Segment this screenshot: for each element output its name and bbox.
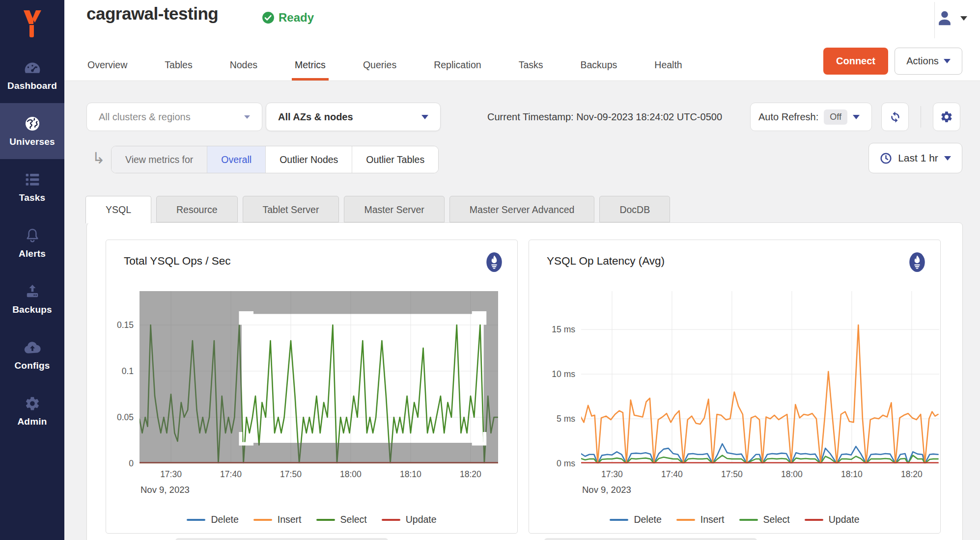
sidebar-item-admin[interactable]: Admin <box>0 383 64 439</box>
y-axis-tick: 0 <box>129 459 134 468</box>
auto-refresh-label: Auto Refresh: <box>758 111 818 123</box>
legend-swatch <box>610 519 628 521</box>
view-metrics-option-outlier-tables[interactable]: Outlier Tables <box>352 146 438 173</box>
tab-overview[interactable]: Overview <box>86 50 128 81</box>
sidebar-item-universes[interactable]: Universes <box>0 103 64 159</box>
chevron-down-icon <box>944 59 951 63</box>
y-axis-tick: 10 ms <box>552 369 575 379</box>
ysql-op-latency-chart[interactable]: 17:3017:4017:5018:0018:1018:200 ms5 ms10… <box>529 240 941 534</box>
x-axis-tick: 17:30 <box>601 469 623 479</box>
sidebar-item-tasks[interactable]: Tasks <box>0 159 64 215</box>
legend-swatch <box>316 519 335 521</box>
check-circle-icon <box>262 11 275 24</box>
metric-tab-master-server-advanced[interactable]: Master Server Advanced <box>449 196 595 222</box>
yugabyte-logo[interactable] <box>0 0 64 47</box>
y-axis-tick: 15 ms <box>552 324 575 334</box>
az-nodes-select[interactable]: All AZs & nodes <box>266 103 441 131</box>
total-ysql-ops-chart[interactable]: 17:3017:4017:5018:0018:1018:2000.050.10.… <box>106 240 518 534</box>
legend-item-update[interactable]: Update <box>382 514 437 525</box>
y-axis-tick: 0.15 <box>117 320 134 330</box>
chevron-down-icon <box>421 115 428 119</box>
chevron-down-icon <box>960 16 967 21</box>
y-axis-tick: 5 ms <box>557 414 575 424</box>
cluster-region-select[interactable]: All clusters & regions <box>86 103 262 131</box>
metrics-card: Total YSQL Ops / Sec 17:3017:4017:5018:0… <box>86 222 963 540</box>
actions-button[interactable]: Actions <box>895 48 962 75</box>
metric-tab-bar: YSQLResourceTablet ServerMaster ServerMa… <box>85 196 670 222</box>
tab-tables[interactable]: Tables <box>164 50 193 81</box>
legend-item-update[interactable]: Update <box>805 514 860 525</box>
tab-queries[interactable]: Queries <box>362 50 397 81</box>
sidebar-item-dashboard[interactable]: Dashboard <box>0 47 64 103</box>
legend-swatch <box>805 519 823 521</box>
status-label: Ready <box>279 11 314 25</box>
next-row-panel-edge <box>175 538 388 540</box>
legend-item-insert[interactable]: Insert <box>253 514 302 525</box>
cluster-region-select-value: All clusters & regions <box>99 111 191 123</box>
legend-label: Update <box>829 514 860 525</box>
auto-refresh-control[interactable]: Auto Refresh: Off <box>750 103 872 131</box>
view-metrics-option-outlier-nodes[interactable]: Outlier Nodes <box>265 146 352 173</box>
cloud-upload-icon <box>24 339 41 356</box>
legend-item-delete[interactable]: Delete <box>187 514 238 525</box>
refresh-button[interactable] <box>881 103 909 131</box>
status-badge: Ready <box>262 11 314 25</box>
legend-label: Select <box>340 514 367 525</box>
yugabyte-logo-icon <box>20 8 45 39</box>
x-axis-tick: 17:40 <box>661 469 683 479</box>
actions-label: Actions <box>906 55 939 67</box>
tab-backups[interactable]: Backups <box>580 50 618 81</box>
sidebar-item-label: Dashboard <box>7 81 57 91</box>
refresh-icon <box>889 110 902 124</box>
metric-tab-master-server[interactable]: Master Server <box>344 196 444 222</box>
legend-item-delete[interactable]: Delete <box>610 514 661 525</box>
x-axis-tick: 18:10 <box>400 469 421 479</box>
metric-tab-ysql[interactable]: YSQL <box>85 196 151 223</box>
prometheus-icon[interactable] <box>486 252 503 274</box>
tab-metrics[interactable]: Metrics <box>294 50 327 81</box>
legend-label: Insert <box>278 514 302 525</box>
clock-icon <box>880 152 892 164</box>
universe-tab-bar: OverviewTablesNodesMetricsQueriesReplica… <box>86 50 683 81</box>
backup-upload-icon <box>25 283 40 300</box>
sidebar-item-backups[interactable]: Backups <box>0 271 64 327</box>
tab-tasks[interactable]: Tasks <box>518 50 544 81</box>
x-axis-tick: 17:50 <box>280 469 302 479</box>
time-range-select[interactable]: Last 1 hr <box>868 143 962 173</box>
sidebar-item-label: Admin <box>17 416 47 427</box>
tab-health[interactable]: Health <box>653 50 683 81</box>
az-nodes-select-value: All AZs & nodes <box>278 111 353 123</box>
metric-tab-resource[interactable]: Resource <box>156 196 237 222</box>
legend-item-insert[interactable]: Insert <box>676 514 725 525</box>
x-axis-tick: 18:20 <box>460 469 481 479</box>
settings-button[interactable] <box>933 103 960 131</box>
current-timestamp: Current Timestamp: Nov-09-2023 18:24:02 … <box>487 103 722 131</box>
metric-tab-tablet-server[interactable]: Tablet Server <box>243 196 339 222</box>
task-list-icon <box>25 171 40 189</box>
metric-tab-docdb[interactable]: DocDB <box>599 196 670 222</box>
connect-button[interactable]: Connect <box>823 48 888 75</box>
globe-icon <box>25 115 40 133</box>
legend-item-select[interactable]: Select <box>316 514 367 525</box>
view-metrics-option-overall[interactable]: Overall <box>207 146 265 173</box>
next-row-panel-edge <box>544 538 757 540</box>
user-menu[interactable] <box>935 8 967 28</box>
legend-item-select[interactable]: Select <box>739 514 790 525</box>
legend-label: Delete <box>211 514 238 525</box>
time-range-value: Last 1 hr <box>898 152 938 164</box>
sidebar-item-label: Alerts <box>19 248 46 259</box>
sidebar-item-label: Tasks <box>19 192 45 203</box>
chevron-down-icon <box>244 115 250 119</box>
x-axis-tick: 18:00 <box>781 469 803 479</box>
tab-nodes[interactable]: Nodes <box>229 50 258 81</box>
tab-replication[interactable]: Replication <box>433 50 482 81</box>
x-axis-tick: 17:50 <box>721 469 743 479</box>
prometheus-icon[interactable] <box>909 252 925 274</box>
chart-title: YSQL Op Latency (Avg) <box>547 255 665 268</box>
sidebar-item-configs[interactable]: Configs <box>0 327 64 383</box>
legend-swatch <box>187 519 205 521</box>
x-axis-tick: 18:20 <box>901 469 923 479</box>
legend-label: Update <box>406 514 437 525</box>
chart-legend: DeleteInsertSelectUpdate <box>529 514 940 525</box>
sidebar-item-alerts[interactable]: Alerts <box>0 215 64 271</box>
